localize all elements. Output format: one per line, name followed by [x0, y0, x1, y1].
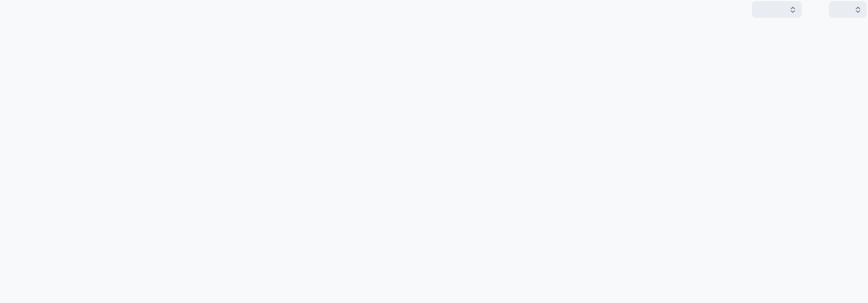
legend-item-open-interest[interactable]: [441, 33, 451, 39]
oi-price-chart[interactable]: [0, 0, 868, 303]
legend-item-btc-price[interactable]: [417, 33, 427, 39]
interval-selector[interactable]: [752, 1, 802, 18]
up-down-chevron-icon: [790, 6, 796, 14]
currency-selector[interactable]: [829, 1, 867, 18]
btc-price-swatch-icon: [417, 33, 423, 39]
open-interest-swatch-icon: [441, 33, 447, 39]
up-down-chevron-icon: [855, 6, 861, 14]
chart-legend: [0, 33, 868, 39]
